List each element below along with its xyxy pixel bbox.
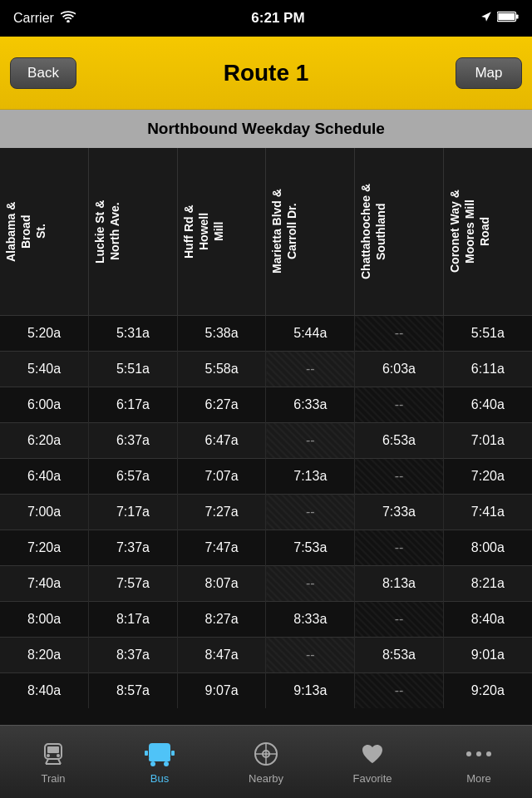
train-icon	[38, 739, 68, 769]
svg-rect-13	[149, 757, 170, 761]
favorite-icon	[357, 739, 387, 769]
svg-point-14	[150, 761, 155, 766]
svg-rect-1	[516, 14, 519, 18]
table-header-row: Alabama & Broad St.Luckie St & North Ave…	[0, 148, 532, 316]
svg-point-5	[47, 754, 50, 757]
cell-3-1: 6:37a	[89, 423, 178, 459]
cell-9-1: 8:37a	[89, 638, 178, 673]
table-row: 5:40a5:51a5:58a--6:03a6:11a	[0, 352, 532, 387]
back-button[interactable]: Back	[10, 57, 76, 89]
cell-6-5: 8:00a	[443, 530, 532, 566]
status-time: 6:21 PM	[251, 10, 304, 27]
cell-1-3: --	[266, 352, 355, 387]
cell-6-3: 7:53a	[266, 530, 355, 566]
cell-2-4: --	[355, 387, 444, 423]
table-container[interactable]: Alabama & Broad St.Luckie St & North Ave…	[0, 148, 532, 727]
tab-nearby-label: Nearby	[249, 772, 283, 785]
svg-point-15	[164, 761, 169, 766]
cell-0-1: 5:31a	[89, 316, 178, 352]
cell-1-5: 6:11a	[443, 352, 532, 387]
col-header-4: Chattahoochee & Southland	[355, 148, 444, 316]
col-header-text-2: Huff Rd & Howell Mill	[181, 155, 227, 308]
cell-1-2: 5:58a	[177, 352, 266, 387]
svg-rect-12	[160, 746, 169, 751]
carrier-label: Carrier	[13, 11, 54, 26]
cell-2-0: 6:00a	[0, 387, 89, 423]
battery-icon	[497, 11, 519, 26]
schedule-table: Alabama & Broad St.Luckie St & North Ave…	[0, 148, 532, 708]
col-header-text-5: Coronet Way & Moores Mill Road	[447, 155, 493, 308]
tab-bar: Train Bus Nearby Favorite More	[0, 725, 532, 798]
cell-2-3: 6:33a	[266, 387, 355, 423]
cell-5-0: 7:00a	[0, 495, 89, 530]
map-button[interactable]: Map	[456, 57, 522, 89]
bus-icon	[145, 739, 175, 769]
table-row: 7:40a7:57a8:07a--8:13a8:21a	[0, 566, 532, 602]
cell-9-3: --	[266, 638, 355, 673]
cell-5-1: 7:17a	[89, 495, 178, 530]
cell-1-4: 6:03a	[355, 352, 444, 387]
cell-8-2: 8:27a	[177, 602, 266, 638]
cell-10-4: --	[355, 673, 444, 709]
col-header-5: Coronet Way & Moores Mill Road	[443, 148, 532, 316]
cell-8-4: --	[355, 602, 444, 638]
cell-2-2: 6:27a	[177, 387, 266, 423]
cell-7-1: 7:57a	[89, 566, 178, 602]
table-row: 7:20a7:37a7:47a7:53a--8:00a	[0, 530, 532, 566]
table-row: 6:40a6:57a7:07a7:13a--7:20a	[0, 459, 532, 495]
col-header-1: Luckie St & North Ave.	[89, 148, 178, 316]
tab-more[interactable]: More	[426, 726, 532, 798]
cell-7-5: 8:21a	[443, 566, 532, 602]
svg-point-23	[466, 751, 471, 756]
nearby-icon	[251, 739, 281, 769]
svg-point-6	[57, 754, 60, 757]
col-header-text-4: Chattahoochee & Southland	[358, 155, 388, 308]
cell-10-5: 9:20a	[443, 673, 532, 709]
cell-1-0: 5:40a	[0, 352, 89, 387]
cell-3-5: 7:01a	[443, 423, 532, 459]
svg-rect-4	[47, 746, 59, 753]
svg-point-25	[486, 751, 491, 756]
tab-bus[interactable]: Bus	[106, 726, 213, 798]
tab-nearby[interactable]: Nearby	[213, 726, 319, 798]
svg-rect-16	[145, 751, 148, 756]
table-row: 8:40a8:57a9:07a9:13a--9:20a	[0, 673, 532, 709]
cell-10-3: 9:13a	[266, 673, 355, 709]
cell-3-2: 6:47a	[177, 423, 266, 459]
wifi-icon	[61, 11, 76, 26]
nav-bar: Back Route 1 Map	[0, 37, 532, 110]
tab-train-label: Train	[41, 772, 65, 785]
cell-7-3: --	[266, 566, 355, 602]
table-row: 7:00a7:17a7:27a--7:33a7:41a	[0, 495, 532, 530]
cell-0-4: --	[355, 316, 444, 352]
cell-3-4: 6:53a	[355, 423, 444, 459]
cell-9-4: 8:53a	[355, 638, 444, 673]
nav-title: Route 1	[224, 60, 309, 86]
cell-8-3: 8:33a	[266, 602, 355, 638]
cell-8-0: 8:00a	[0, 602, 89, 638]
cell-8-1: 8:17a	[89, 602, 178, 638]
cell-10-0: 8:40a	[0, 673, 89, 709]
cell-4-5: 7:20a	[443, 459, 532, 495]
svg-point-24	[476, 751, 481, 756]
cell-4-0: 6:40a	[0, 459, 89, 495]
table-row: 8:00a8:17a8:27a8:33a--8:40a	[0, 602, 532, 638]
svg-point-22	[265, 753, 268, 756]
svg-rect-2	[498, 13, 515, 21]
cell-0-0: 5:20a	[0, 316, 89, 352]
tab-train[interactable]: Train	[0, 726, 106, 798]
col-header-text-3: Marietta Blvd & Carroll Dr.	[269, 155, 299, 308]
cell-3-3: --	[266, 423, 355, 459]
cell-2-1: 6:17a	[89, 387, 178, 423]
tab-more-label: More	[466, 772, 491, 785]
svg-rect-11	[150, 746, 159, 751]
tab-bus-label: Bus	[150, 772, 169, 785]
cell-6-4: --	[355, 530, 444, 566]
cell-9-0: 8:20a	[0, 638, 89, 673]
cell-5-4: 7:33a	[355, 495, 444, 530]
location-icon	[480, 11, 492, 26]
cell-9-5: 9:01a	[443, 638, 532, 673]
table-row: 6:00a6:17a6:27a6:33a--6:40a	[0, 387, 532, 423]
tab-favorite[interactable]: Favorite	[319, 726, 426, 798]
cell-7-4: 8:13a	[355, 566, 444, 602]
